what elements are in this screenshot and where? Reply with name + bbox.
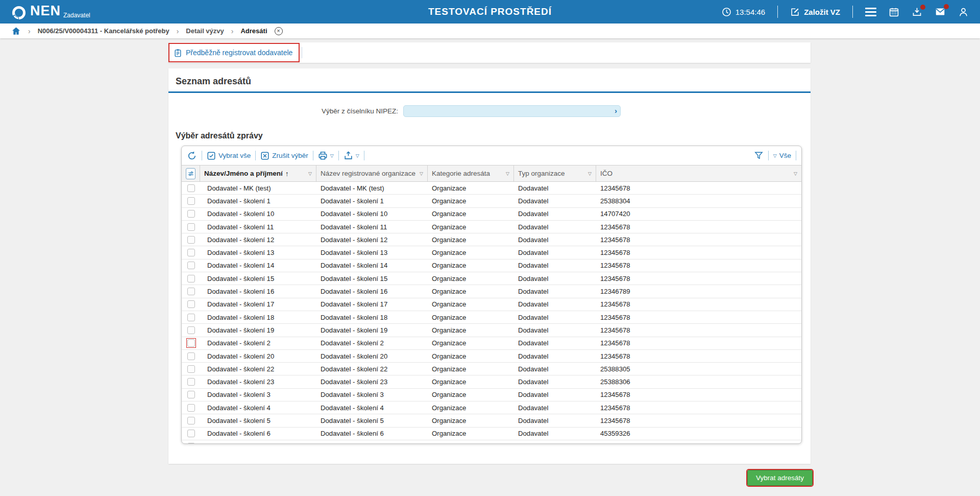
row-checkbox[interactable] bbox=[187, 443, 195, 443]
row-checkbox[interactable] bbox=[187, 417, 195, 424]
toolbar-divider bbox=[364, 151, 364, 160]
row-checkbox[interactable] bbox=[187, 249, 195, 256]
table-row[interactable]: Dodavatel - školení 16 Dodavatel - škole… bbox=[182, 285, 801, 298]
table-row[interactable]: Dodavatel - školení 5 Dodavatel - školen… bbox=[182, 414, 801, 427]
row-checkbox-wrap bbox=[187, 235, 195, 244]
row-checkbox[interactable] bbox=[187, 262, 195, 269]
cell-type: Dodavatel bbox=[514, 298, 596, 311]
table-row[interactable]: Dodavatel - školení 7 Dodavatel - školen… bbox=[182, 440, 801, 443]
row-checkbox[interactable] bbox=[187, 326, 195, 334]
toolbar-divider bbox=[313, 151, 313, 160]
cell-organization: Dodavatel - školení 18 bbox=[316, 311, 428, 323]
row-checkbox-wrap bbox=[187, 377, 195, 386]
filter-icon[interactable] bbox=[754, 151, 764, 160]
toolbar-divider bbox=[768, 151, 769, 160]
breadcrumb-item-detail[interactable]: Detail výzvy bbox=[186, 27, 224, 35]
print-button[interactable]: ▽ bbox=[318, 151, 334, 160]
column-filter-icon[interactable]: ▽ bbox=[503, 171, 509, 176]
column-header-category[interactable]: Kategorie adresáta ▽ bbox=[428, 166, 514, 181]
row-checkbox[interactable] bbox=[187, 339, 195, 347]
table-row[interactable]: Dodavatel - školení 11 Dodavatel - škole… bbox=[182, 221, 801, 233]
row-checkbox[interactable] bbox=[187, 184, 195, 192]
cell-name: Dodavatel - školení 11 bbox=[200, 221, 316, 233]
nen-logo[interactable]: NEN Zadavatel bbox=[11, 3, 90, 20]
table-row[interactable]: Dodavatel - školení 6 Dodavatel - školen… bbox=[182, 428, 801, 440]
topbar-divider bbox=[777, 6, 778, 18]
column-settings-icon[interactable] bbox=[186, 168, 195, 179]
row-checkbox[interactable] bbox=[187, 223, 195, 231]
table-row[interactable]: Dodavatel - školení 20 Dodavatel - škole… bbox=[182, 350, 801, 363]
cell-type: Dodavatel bbox=[514, 401, 596, 414]
close-tab-icon[interactable]: × bbox=[275, 27, 283, 35]
clear-selection-button[interactable]: Zrušit výběr bbox=[260, 151, 308, 160]
table-row[interactable]: Dodavatel - školení 4 Dodavatel - školen… bbox=[182, 401, 801, 414]
cell-name: Dodavatel - školení 19 bbox=[200, 324, 316, 336]
filter-all-button[interactable]: ▽ Vše bbox=[773, 152, 791, 159]
cell-category: Organizace bbox=[428, 195, 514, 207]
pre-register-supplier-button[interactable]: Předběžně registrovat dodavatele bbox=[174, 49, 292, 57]
table-row[interactable]: Dodavatel - školení 2 Dodavatel - školen… bbox=[182, 337, 801, 350]
table-row[interactable]: Dodavatel - školení 23 Dodavatel - škole… bbox=[182, 375, 801, 388]
column-filter-icon[interactable]: ▽ bbox=[791, 171, 797, 176]
column-filter-icon[interactable]: ▽ bbox=[305, 171, 312, 176]
home-icon[interactable] bbox=[11, 26, 21, 36]
refresh-icon[interactable] bbox=[187, 151, 197, 161]
nipez-picker-field[interactable]: › bbox=[403, 105, 621, 117]
column-filter-icon[interactable]: ▽ bbox=[416, 171, 423, 176]
row-checkbox[interactable] bbox=[187, 430, 195, 437]
table-row[interactable]: Dodavatel - školení 12 Dodavatel - škole… bbox=[182, 233, 801, 246]
table-row[interactable]: Dodavatel - školení 1 Dodavatel - školen… bbox=[182, 195, 801, 207]
cell-type: Dodavatel bbox=[514, 337, 596, 349]
breadcrumb-item-procurement[interactable]: N006/25/V00004311 - Kancelářské potřeby bbox=[38, 27, 169, 35]
row-checkbox[interactable] bbox=[187, 288, 195, 295]
column-header-organization[interactable]: Název registrované organizace ▽ bbox=[316, 166, 428, 181]
column-header-ico[interactable]: IČO ▽ bbox=[596, 166, 801, 181]
nipez-open-icon[interactable]: › bbox=[615, 106, 617, 115]
row-checkbox[interactable] bbox=[187, 391, 195, 398]
table-row[interactable]: Dodavatel - školení 3 Dodavatel - školen… bbox=[182, 389, 801, 401]
cell-category: Organizace bbox=[428, 311, 514, 323]
column-filter-icon[interactable]: ▽ bbox=[585, 171, 592, 176]
export-dropdown-icon[interactable]: ▽ bbox=[356, 153, 359, 158]
topbar-divider bbox=[852, 6, 853, 18]
row-checkbox[interactable] bbox=[187, 197, 195, 205]
row-checkbox-wrap bbox=[187, 184, 195, 193]
table-row[interactable]: Dodavatel - školení 18 Dodavatel - škole… bbox=[182, 311, 801, 324]
row-checkbox[interactable] bbox=[187, 404, 195, 412]
cell-category: Organizace bbox=[428, 298, 514, 311]
row-checkbox[interactable] bbox=[187, 352, 195, 360]
export-button[interactable]: ▽ bbox=[344, 151, 359, 160]
row-checkbox[interactable] bbox=[187, 300, 195, 308]
row-checkbox[interactable] bbox=[187, 314, 195, 321]
user-icon[interactable] bbox=[958, 7, 969, 17]
row-checkbox[interactable] bbox=[187, 275, 195, 282]
row-checkbox[interactable] bbox=[187, 378, 195, 386]
filter-all-label: Vše bbox=[779, 152, 791, 159]
table-row[interactable]: Dodavatel - školení 15 Dodavatel - škole… bbox=[182, 272, 801, 285]
select-all-button[interactable]: Vybrat vše bbox=[207, 151, 251, 160]
column-header-name[interactable]: Název/Jméno a příjmení ↑ ▽ bbox=[200, 166, 316, 181]
messages-button[interactable] bbox=[935, 6, 946, 17]
table-row[interactable]: Dodavatel - školení 14 Dodavatel - škole… bbox=[182, 259, 801, 272]
menu-icon[interactable] bbox=[865, 8, 876, 16]
select-addressees-button[interactable]: Vybrat adresáty bbox=[747, 470, 813, 486]
row-checkbox[interactable] bbox=[187, 365, 195, 373]
table-row[interactable]: Dodavatel - MK (test) Dodavatel - MK (te… bbox=[182, 182, 801, 195]
breadcrumb-item-adresati[interactable]: Adresáti bbox=[240, 27, 267, 35]
table-row[interactable]: Dodavatel - školení 10 Dodavatel - škole… bbox=[182, 208, 801, 221]
table-row[interactable]: Dodavatel - školení 17 Dodavatel - škole… bbox=[182, 298, 801, 311]
downloads-button[interactable] bbox=[912, 7, 922, 17]
create-vz-button[interactable]: Založit VZ bbox=[790, 7, 840, 17]
calendar-icon[interactable] bbox=[889, 7, 899, 17]
table-row[interactable]: Dodavatel - školení 13 Dodavatel - škole… bbox=[182, 246, 801, 259]
row-checkbox[interactable] bbox=[187, 210, 195, 218]
column-header-type[interactable]: Typ organizace ▽ bbox=[514, 166, 596, 181]
row-checkbox[interactable] bbox=[187, 236, 195, 244]
nipez-label: Výběr z číselníku NIPEZ: bbox=[168, 107, 398, 115]
select-all-icon bbox=[207, 151, 216, 160]
table-row[interactable]: Dodavatel - školení 22 Dodavatel - škole… bbox=[182, 363, 801, 375]
print-dropdown-icon[interactable]: ▽ bbox=[330, 153, 334, 158]
cell-ico: 12345678 bbox=[596, 401, 801, 414]
table-row[interactable]: Dodavatel - školení 19 Dodavatel - škole… bbox=[182, 324, 801, 337]
cell-ico: 25388305 bbox=[596, 363, 801, 375]
